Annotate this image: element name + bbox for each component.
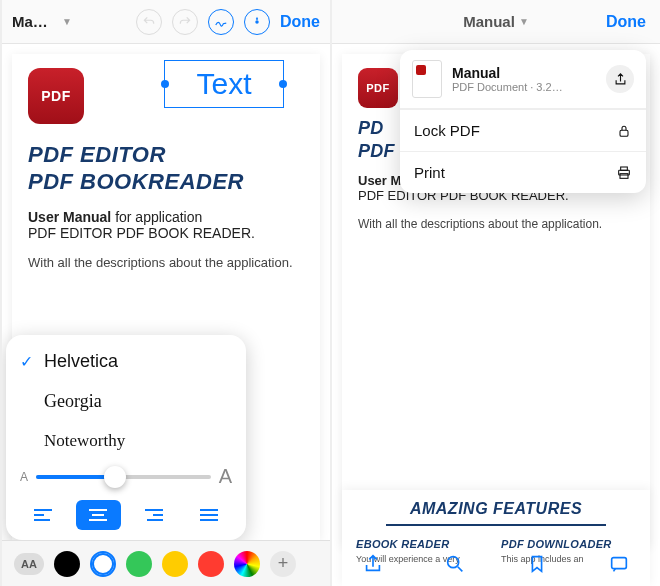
share-popover: Manual PDF Document · 3.2… Lock PDF Prin… bbox=[400, 50, 646, 193]
font-popover: ✓ Helvetica Georgia Noteworthy A A bbox=[6, 335, 246, 540]
screen-markup: Manual ▼ Done PDF PDF EDITOR PDF BOOKREA… bbox=[0, 0, 330, 586]
text-annotation-box[interactable]: Text bbox=[164, 60, 284, 108]
doc-note: With all the descriptions about the appl… bbox=[358, 217, 634, 231]
print-icon bbox=[616, 165, 632, 181]
font-option-noteworthy[interactable]: Noteworthy bbox=[6, 421, 246, 461]
done-button[interactable]: Done bbox=[606, 13, 646, 31]
markup-pen-button[interactable] bbox=[244, 9, 270, 35]
resize-handle-left[interactable] bbox=[161, 80, 169, 88]
pdf-app-icon: PDF bbox=[358, 68, 398, 108]
chevron-down-icon: ▼ bbox=[519, 16, 529, 27]
align-left-button[interactable] bbox=[20, 500, 66, 530]
resize-handle-right[interactable] bbox=[279, 80, 287, 88]
align-justify-button[interactable] bbox=[187, 500, 233, 530]
toolbar: Manual ▼ Done bbox=[332, 0, 660, 44]
share-header: Manual PDF Document · 3.2… bbox=[400, 50, 646, 109]
font-option-georgia[interactable]: Georgia bbox=[6, 381, 246, 421]
pdf-app-icon: PDF bbox=[28, 68, 84, 124]
checkmark-icon: ✓ bbox=[20, 352, 38, 371]
font-size-slider[interactable] bbox=[36, 475, 211, 479]
undo-button[interactable] bbox=[136, 9, 162, 35]
toolbar: Manual ▼ Done bbox=[2, 0, 330, 44]
slider-knob[interactable] bbox=[104, 466, 126, 488]
svg-rect-13 bbox=[620, 130, 628, 136]
color-picker-button[interactable] bbox=[234, 551, 260, 577]
feature-col-ebook: EBOOK READER You will experience a very bbox=[356, 538, 491, 564]
toolbar-title[interactable]: Manual ▼ bbox=[463, 13, 529, 30]
add-button[interactable]: + bbox=[270, 551, 296, 577]
redo-button[interactable] bbox=[172, 9, 198, 35]
text-style-button[interactable]: AA bbox=[14, 553, 44, 575]
color-yellow[interactable] bbox=[162, 551, 188, 577]
chevron-down-icon[interactable]: ▼ bbox=[62, 16, 72, 27]
toolbar-title: Manual bbox=[12, 13, 52, 30]
doc-heading-2: PDF BOOKREADER bbox=[28, 169, 304, 194]
color-black[interactable] bbox=[54, 551, 80, 577]
svg-point-0 bbox=[255, 20, 259, 24]
doc-subtitle: User Manual for application PDF EDITOR P… bbox=[28, 209, 304, 241]
features-title: AMAZING FEATURES bbox=[356, 500, 636, 524]
lock-icon bbox=[616, 123, 632, 139]
align-right-button[interactable] bbox=[131, 500, 177, 530]
svg-rect-14 bbox=[620, 173, 628, 178]
share-title: Manual bbox=[452, 65, 563, 81]
font-option-helvetica[interactable]: ✓ Helvetica bbox=[6, 341, 246, 381]
menu-lock-pdf[interactable]: Lock PDF bbox=[400, 109, 646, 151]
font-size-slider-row: A A bbox=[6, 461, 246, 496]
feature-col-downloader: PDF DOWNLOADER This app includes an bbox=[501, 538, 636, 564]
large-a-icon: A bbox=[219, 465, 232, 488]
bottom-color-row: AA + bbox=[2, 540, 330, 586]
alignment-row bbox=[6, 496, 246, 530]
doc-note: With all the descriptions about the appl… bbox=[28, 255, 304, 270]
screen-share-menu: Manual ▼ Done PDF PD PDF BOOKREADER User… bbox=[330, 0, 660, 586]
color-red[interactable] bbox=[198, 551, 224, 577]
menu-print[interactable]: Print bbox=[400, 151, 646, 193]
done-button[interactable]: Done bbox=[280, 13, 320, 31]
doc-heading-1: PDF EDITOR bbox=[28, 142, 304, 167]
share-action-button[interactable] bbox=[606, 65, 634, 93]
signature-button[interactable] bbox=[208, 9, 234, 35]
small-a-icon: A bbox=[20, 470, 28, 484]
share-subtitle: PDF Document · 3.2… bbox=[452, 81, 563, 93]
svg-rect-16 bbox=[621, 167, 628, 170]
document-page-2: AMAZING FEATURES EBOOK READER You will e… bbox=[342, 490, 650, 586]
align-center-button[interactable] bbox=[76, 500, 122, 530]
document-thumbnail-icon bbox=[412, 60, 442, 98]
color-blue[interactable] bbox=[90, 551, 116, 577]
color-green[interactable] bbox=[126, 551, 152, 577]
